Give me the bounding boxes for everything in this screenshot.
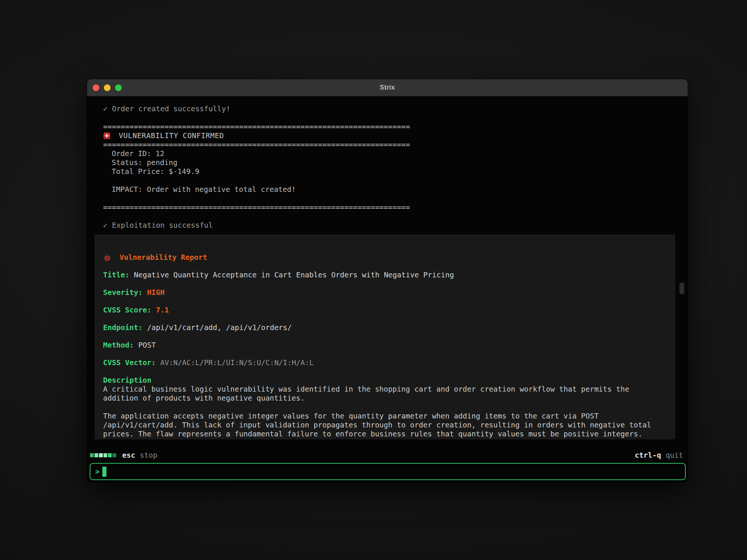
- separator-line: ========================================…: [87, 122, 688, 131]
- window-titlebar[interactable]: Strix: [87, 79, 688, 96]
- close-button[interactable]: [93, 84, 99, 91]
- method-value: POST: [138, 341, 156, 349]
- stop-action-label: stop: [140, 451, 157, 460]
- impact-line: IMPACT: Order with negative total create…: [87, 185, 688, 194]
- exploitation-success-text: Exploitation successful: [112, 221, 213, 230]
- order-success-text: Order created successfully!: [112, 105, 230, 113]
- title-value: Negative Quantity Acceptance in Cart Ena…: [134, 271, 454, 279]
- quit-key-hint[interactable]: ctrl-q quit: [635, 451, 683, 460]
- severity-value: HIGH: [147, 288, 165, 297]
- description-line: /api/v1/cart/add. This lack of input val…: [103, 421, 660, 430]
- report-cvss-vector-row: CVSS Vector:AV:N/AC:L/PR:L/UI:N/S:U/C:N/…: [103, 358, 660, 367]
- command-input[interactable]: >: [90, 463, 686, 480]
- stop-key-hint[interactable]: esc stop: [90, 451, 157, 460]
- separator-line: ========================================…: [87, 203, 688, 212]
- strix-window: Strix ✓Order created successfully! =====…: [87, 79, 688, 482]
- checkmark-icon: ✓: [103, 105, 108, 113]
- cvss-score-label: CVSS Score:: [103, 306, 151, 314]
- method-label: Method:: [103, 341, 134, 349]
- scrollbar-thumb[interactable]: [679, 283, 684, 294]
- endpoint-value: /api/v1/cart/add, /api/v1/orders/: [147, 323, 292, 332]
- cvss-vector-label: CVSS Vector:: [103, 358, 156, 367]
- quit-action-label: quit: [666, 451, 683, 460]
- maximize-button[interactable]: [115, 84, 122, 91]
- esc-key-label: esc: [122, 451, 135, 460]
- activity-spinner-icon: [90, 453, 117, 457]
- order-status-line: Status: pending: [87, 158, 688, 167]
- order-id-line: Order ID: 12: [87, 149, 688, 158]
- status-bar: esc stop ctrl-q quit: [90, 450, 683, 460]
- vulnerability-confirmed-line: VULNERABILITY CONFIRMED: [87, 131, 688, 140]
- report-severity-row: Severity:HIGH: [103, 288, 660, 297]
- terminal-output: ✓Order created successfully! ===========…: [87, 97, 688, 482]
- separator-line: ========================================…: [87, 140, 688, 149]
- prompt-symbol: >: [95, 467, 100, 476]
- text-cursor: [102, 467, 106, 477]
- siren-icon: [103, 132, 111, 140]
- traffic-lights: [93, 84, 122, 91]
- report-heading: Vulnerability Report: [120, 253, 207, 262]
- total-price-line: Total Price: $-149.9: [87, 167, 688, 176]
- vulnerability-confirmed-text: VULNERABILITY CONFIRMED: [119, 131, 224, 140]
- minimize-button[interactable]: [104, 84, 111, 91]
- report-method-row: Method:POST: [103, 341, 660, 350]
- description-line: prices. The flaw represents a fundamenta…: [103, 430, 660, 439]
- description-heading: Description: [103, 376, 660, 385]
- bug-icon: [103, 253, 111, 262]
- description-line: addition of products with negative quant…: [103, 394, 660, 403]
- checkmark-icon: ✓: [103, 221, 108, 230]
- report-title-row: Title:Negative Quantity Acceptance in Ca…: [103, 271, 660, 280]
- cvss-score-value: 7.1: [156, 306, 169, 314]
- vulnerability-report-panel: Vulnerability Report Title:Negative Quan…: [94, 234, 675, 439]
- report-heading-row: Vulnerability Report: [103, 253, 660, 262]
- report-endpoint-row: Endpoint:/api/v1/cart/add, /api/v1/order…: [103, 323, 660, 332]
- report-cvss-score-row: CVSS Score:7.1: [103, 306, 660, 315]
- window-title: Strix: [379, 84, 395, 91]
- cvss-vector-value: AV:N/AC:L/PR:L/UI:N/S:U/C:N/I:H/A:L: [160, 358, 314, 367]
- endpoint-label: Endpoint:: [103, 323, 143, 332]
- title-label: Title:: [103, 271, 129, 279]
- order-success-line: ✓Order created successfully!: [87, 105, 688, 113]
- description-line: A critical business logic vulnerability …: [103, 385, 660, 394]
- exploitation-success-line: ✓Exploitation successful: [87, 221, 688, 230]
- ctrl-q-key-label: ctrl-q: [635, 451, 661, 460]
- severity-label: Severity:: [103, 288, 143, 297]
- description-line: The application accepts negative integer…: [103, 412, 660, 421]
